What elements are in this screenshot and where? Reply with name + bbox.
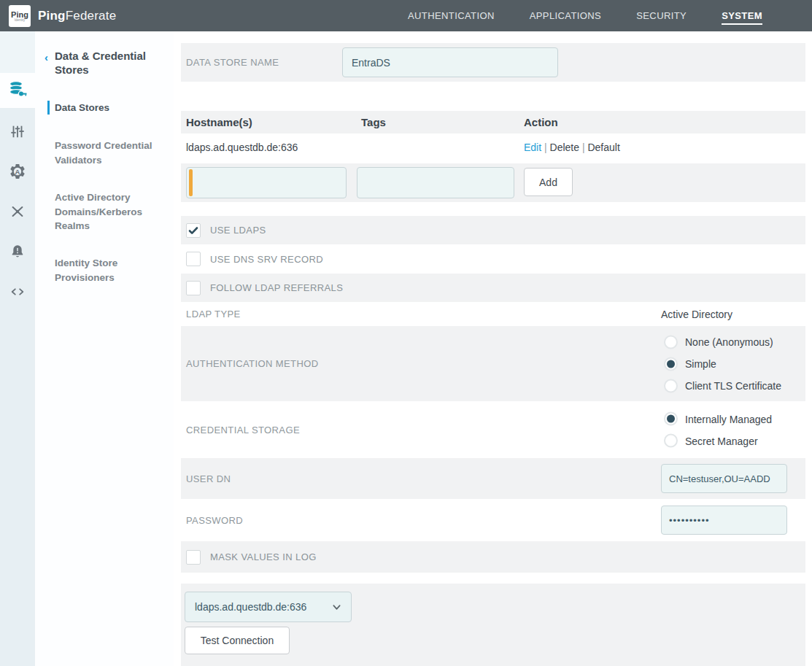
credential-storage-row: CREDENTIAL STORAGE Internally Managed Se… <box>181 401 805 458</box>
use-dns-srv-row: USE DNS SRV RECORD <box>181 244 805 274</box>
radio-icon <box>664 379 678 392</box>
rail-item-settings[interactable] <box>0 115 35 150</box>
app-title-ping: Ping <box>38 9 66 23</box>
rail-item-server[interactable]: A <box>0 155 35 190</box>
radio-label: Secret Manager <box>685 435 758 446</box>
code-brackets-icon <box>9 284 26 303</box>
logo-text: Ping <box>11 10 28 19</box>
nav-tab-system[interactable]: SYSTEM <box>722 10 762 25</box>
sidebar-title: Data & Credential Stores <box>55 50 168 77</box>
use-dns-srv-label: USE DNS SRV RECORD <box>210 254 323 265</box>
action-separator: | <box>544 142 547 153</box>
radio-icon-selected <box>664 357 678 371</box>
sidebar-item-identity-store-provisioners[interactable]: Identity Store Provisioners <box>55 256 166 284</box>
authentication-method-row: AUTHENTICATION METHOD None (Anonymous) S… <box>181 326 805 401</box>
radio-option-internally-managed[interactable]: Internally Managed <box>664 412 772 426</box>
radio-icon <box>664 434 678 448</box>
follow-referrals-checkbox[interactable] <box>186 281 201 295</box>
rail-item-notifications[interactable] <box>0 236 35 271</box>
radio-icon-selected <box>664 412 678 426</box>
sidebar-item-password-credential-validators[interactable]: Password Credential Validators <box>55 139 166 167</box>
user-dn-input[interactable] <box>661 464 787 493</box>
radio-label: Client TLS Certificate <box>685 380 781 392</box>
rail-item-data-stores[interactable] <box>0 73 35 108</box>
test-hostname-selected-value: ldaps.ad.questdb.de:636 <box>195 601 306 613</box>
ldap-type-row: LDAP TYPE Active Directory <box>181 302 805 326</box>
sidebar-item-label: Active Directory Domains/Kerberos Realms <box>55 192 142 231</box>
radio-label: Simple <box>685 358 716 370</box>
hostname-table-row: ldaps.ad.questdb.de:636 Edit | Delete | … <box>181 133 805 160</box>
action-separator: | <box>582 142 585 153</box>
checkmark-icon <box>188 225 198 236</box>
primary-nav: AUTHENTICATION APPLICATIONS SECURITY SYS… <box>408 0 812 31</box>
rail-item-oauth-playground[interactable] <box>0 276 35 311</box>
nav-tab-security[interactable]: SECURITY <box>636 10 687 21</box>
rail-top-strip <box>0 31 35 74</box>
data-store-name-input[interactable] <box>342 47 558 77</box>
column-header-tags: Tags <box>361 116 386 128</box>
nav-tab-authentication[interactable]: AUTHENTICATION <box>408 10 495 21</box>
default-link[interactable]: Default <box>587 142 619 153</box>
scrollbar-gutter[interactable] <box>805 31 812 666</box>
radio-option-simple[interactable]: Simple <box>664 357 781 371</box>
column-header-hostname: Hostname(s) <box>186 116 252 128</box>
sidebar-item-label: Identity Store Provisioners <box>55 258 117 283</box>
gear-a-icon: A <box>9 163 26 183</box>
main-content: DATA STORE NAME Hostname(s) Tags Action … <box>174 31 812 666</box>
edit-link[interactable]: Edit <box>524 142 541 153</box>
password-row: PASSWORD <box>181 499 805 541</box>
user-dn-row: USER DN <box>181 458 805 499</box>
use-ldaps-checkbox[interactable] <box>186 223 201 238</box>
new-tags-input[interactable] <box>357 167 514 198</box>
logo-subtext: Identity <box>15 19 26 23</box>
ping-identity-logo: Ping Identity <box>9 5 31 27</box>
test-hostname-dropdown[interactable]: ldaps.ad.questdb.de:636 <box>185 592 352 622</box>
mask-values-label: MASK VALUES IN LOG <box>210 551 317 562</box>
follow-referrals-row: FOLLOW LDAP REFERRALS <box>181 274 805 302</box>
password-label: PASSWORD <box>181 515 243 526</box>
data-store-name-label: DATA STORE NAME <box>181 57 279 68</box>
svg-text:A: A <box>15 168 20 176</box>
delete-link[interactable]: Delete <box>550 142 579 153</box>
active-indicator-bar <box>47 101 50 115</box>
radio-label: Internally Managed <box>685 413 772 425</box>
sliders-icon <box>9 123 26 142</box>
bell-alert-icon <box>9 244 26 263</box>
ldap-type-value: Active Directory <box>661 309 732 320</box>
app-title: PingFederate <box>38 0 116 31</box>
radio-option-secret-manager[interactable]: Secret Manager <box>664 434 772 448</box>
sidebar-item-label: Password Credential Validators <box>55 140 152 166</box>
radio-option-client-tls-certificate[interactable]: Client TLS Certificate <box>664 379 781 392</box>
data-store-name-row: DATA STORE NAME <box>181 43 805 82</box>
rail-item-connections[interactable] <box>0 195 35 231</box>
add-button[interactable]: Add <box>524 168 573 196</box>
ldap-type-label: LDAP TYPE <box>181 309 241 320</box>
mask-values-checkbox[interactable] <box>186 550 201 565</box>
nav-tab-applications[interactable]: APPLICATIONS <box>530 10 601 21</box>
radio-option-none-anonymous[interactable]: None (Anonymous) <box>664 335 781 349</box>
use-ldaps-row: USE LDAPS <box>181 216 805 244</box>
back-chevron-icon[interactable]: ‹ <box>45 51 48 63</box>
sidebar-item-data-stores[interactable]: Data Stores <box>55 101 166 115</box>
required-field-indicator <box>189 169 193 196</box>
connection-test-section: ldaps.ad.questdb.de:636 Test Connection <box>181 584 805 666</box>
new-hostname-field-wrap <box>186 167 347 198</box>
radio-icon <box>664 335 678 349</box>
password-input[interactable] <box>661 506 787 535</box>
use-ldaps-label: USE LDAPS <box>210 225 266 236</box>
authentication-method-label: AUTHENTICATION METHOD <box>181 358 319 369</box>
user-dn-label: USER DN <box>181 473 231 484</box>
sidebar-item-ad-domains-kerberos[interactable]: Active Directory Domains/Kerberos Realms <box>55 190 166 233</box>
add-hostname-row: Add <box>181 163 805 202</box>
test-connection-button[interactable]: Test Connection <box>185 627 290 654</box>
secondary-sidebar: ‹ Data & Credential Stores Data Stores P… <box>35 31 174 666</box>
use-dns-srv-checkbox[interactable] <box>186 252 201 266</box>
credential-storage-label: CREDENTIAL STORAGE <box>181 425 300 435</box>
new-hostname-input[interactable] <box>186 167 347 198</box>
network-x-icon <box>9 204 26 222</box>
icon-rail: A <box>0 31 35 666</box>
sidebar-item-label: Data Stores <box>55 102 109 113</box>
column-header-action: Action <box>524 116 558 128</box>
credential-storage-options: Internally Managed Secret Manager <box>664 412 772 448</box>
mask-values-row: MASK VALUES IN LOG <box>181 541 805 573</box>
